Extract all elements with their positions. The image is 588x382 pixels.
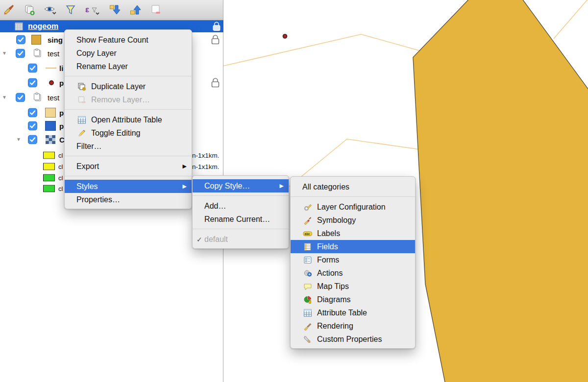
menu-item-open-attribute-table[interactable]: Open Attribute Table <box>65 113 192 126</box>
manage-map-themes-icon[interactable] <box>43 3 57 17</box>
menu-item-default-style[interactable]: ✓default <box>193 233 289 246</box>
toggle-editing-icon <box>76 128 87 138</box>
menu-item-map-tips[interactable]: Map Tips <box>291 280 415 293</box>
layers-panel-toolbar: ε <box>0 0 223 20</box>
menu-separator <box>65 76 192 76</box>
menu-item-copy-layer[interactable]: Copy Layer <box>65 47 192 60</box>
layer-checkbox[interactable] <box>28 135 37 144</box>
legend-label-fragment: n-1x1km. <box>192 163 220 170</box>
menu-item-attribute-table[interactable]: Attribute Table <box>291 306 415 319</box>
layer-checkbox[interactable] <box>16 35 25 45</box>
memory-layer-clipboard-icon <box>32 48 42 58</box>
legend-label: cl <box>58 152 63 159</box>
submenu-arrow-icon: ▶ <box>275 183 284 189</box>
svg-text:abc: abc <box>305 232 310 235</box>
menu-item-symbology[interactable]: Symbology <box>291 214 415 227</box>
copy-style-submenu: All categories Layer Configuration Symbo… <box>290 176 416 349</box>
map-tips-icon <box>302 282 313 291</box>
menu-item-properties[interactable]: Properties… <box>65 193 192 206</box>
layer-label: li <box>59 64 63 72</box>
menu-item-custom-properties[interactable]: Custom Properties <box>291 333 415 346</box>
menu-item-add-style[interactable]: Add… <box>193 199 289 213</box>
checkmark-icon: ✓ <box>196 236 202 243</box>
svg-text:ε: ε <box>85 5 89 14</box>
layer-checkbox[interactable] <box>28 64 37 73</box>
menu-item-rename-layer[interactable]: Rename Layer <box>65 60 192 73</box>
diagrams-icon <box>302 295 313 305</box>
styles-submenu: Copy Style…▶ Add… Rename Current… ✓defau… <box>192 175 289 249</box>
raster-layer-icon <box>45 135 56 144</box>
custom-properties-icon <box>302 334 313 344</box>
filter-legend-icon[interactable] <box>64 3 77 17</box>
legend-swatch <box>43 152 55 159</box>
expand-arrow-icon[interactable]: ▼ <box>2 51 7 56</box>
layer-styling-brush-icon[interactable] <box>2 3 16 17</box>
menu-item-forms[interactable]: Forms <box>291 253 415 266</box>
menu-item-filter[interactable]: Filter… <box>65 140 192 153</box>
fields-icon <box>302 242 313 252</box>
layer-label: test <box>48 94 59 102</box>
layer-checkbox[interactable] <box>28 78 37 88</box>
layer-label: test <box>48 49 59 58</box>
forms-icon <box>302 255 313 265</box>
legend-label-fragment: n-1x1km. <box>192 152 220 159</box>
menu-item-duplicate-layer[interactable]: Duplicate Layer <box>65 80 192 93</box>
expand-arrow-icon[interactable]: ▼ <box>2 95 7 100</box>
menu-separator <box>65 176 192 176</box>
legend-label: cl <box>58 185 63 192</box>
menu-separator <box>193 195 289 196</box>
layer-label: p <box>59 122 64 130</box>
menu-item-rendering[interactable]: Rendering <box>291 319 415 333</box>
submenu-arrow-icon: ▶ <box>178 163 187 169</box>
legend-label: cl <box>58 174 63 182</box>
menu-item-export[interactable]: Export▶ <box>65 160 192 173</box>
menu-item-remove-layer[interactable]: Remove Layer… <box>65 93 192 106</box>
map-point-feature <box>283 34 287 38</box>
menu-item-all-categories[interactable]: All categories <box>291 180 415 193</box>
collapse-all-icon[interactable] <box>128 3 142 17</box>
map-polygon-feature <box>413 0 588 382</box>
expand-all-icon[interactable] <box>108 3 122 17</box>
layer-checkbox[interactable] <box>16 93 25 102</box>
duplicate-layer-icon <box>76 82 87 92</box>
menu-item-diagrams[interactable]: Diagrams <box>291 293 415 306</box>
layer-checkbox[interactable] <box>28 121 37 131</box>
remove-layer-group-icon[interactable] <box>149 3 163 17</box>
actions-icon <box>302 268 313 278</box>
menu-item-fields[interactable]: Fields <box>291 240 415 253</box>
line-symbol <box>45 64 57 72</box>
menu-separator <box>65 109 192 110</box>
menu-item-show-feature-count[interactable]: Show Feature Count <box>65 33 192 47</box>
legend-label: cl <box>58 163 63 170</box>
lock-icon <box>211 77 220 89</box>
polygon-swatch <box>45 108 56 118</box>
layer-checkbox[interactable] <box>28 108 37 118</box>
layer-label: nogeom <box>28 22 58 31</box>
layer-label: p <box>59 109 64 117</box>
menu-item-toggle-editing[interactable]: Toggle Editing <box>65 126 192 140</box>
polygon-swatch <box>31 35 41 45</box>
labels-icon: abc <box>302 229 313 239</box>
add-group-icon[interactable] <box>23 3 36 17</box>
layer-checkbox[interactable] <box>16 49 25 58</box>
expand-arrow-icon[interactable]: ▼ <box>16 137 21 142</box>
layer-configuration-icon <box>302 202 313 212</box>
menu-item-styles[interactable]: Styles▶ <box>65 180 192 193</box>
menu-item-layer-configuration[interactable]: Layer Configuration <box>291 200 415 214</box>
lock-icon <box>212 21 221 31</box>
menu-item-rename-current-style[interactable]: Rename Current… <box>193 213 289 226</box>
menu-separator <box>65 156 192 156</box>
menu-item-copy-style[interactable]: Copy Style…▶ <box>193 179 289 192</box>
lock-icon <box>211 34 220 46</box>
menu-item-labels[interactable]: abc Labels <box>291 227 415 240</box>
map-line-feature-upper <box>223 34 422 66</box>
qgis-window: ε nogeom <box>0 0 588 382</box>
menu-item-actions[interactable]: Actions <box>291 266 415 280</box>
menu-separator <box>291 196 415 197</box>
legend-swatch <box>43 174 55 182</box>
map-line-feature-upper-right <box>554 0 588 39</box>
filter-legend-by-expression-icon[interactable]: ε <box>84 3 101 17</box>
no-geometry-table-icon <box>15 22 23 30</box>
legend-swatch <box>43 163 55 170</box>
attribute-table-icon <box>76 115 87 125</box>
